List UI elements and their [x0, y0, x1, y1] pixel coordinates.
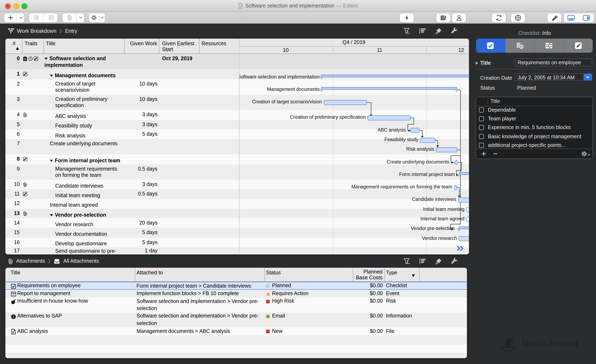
checkbox[interactable] — [479, 143, 484, 148]
attachment-row[interactable]: ABC analysisManagement documents > ABC a… — [5, 327, 467, 335]
collapse-arrow-icon[interactable] — [50, 214, 53, 216]
align-list-icon[interactable] — [419, 258, 427, 265]
row-number: 15 — [5, 228, 20, 238]
gantt-summary-bar[interactable] — [321, 75, 469, 77]
attachment-row[interactable]: Requirements on employeeForm internal pr… — [5, 282, 467, 290]
creation-date-field[interactable]: July 2, 2005 at 10:34 AM — [515, 74, 592, 81]
checklist-header[interactable]: Title — [476, 97, 592, 106]
task-title[interactable]: Creation of preliminary specification — [44, 94, 124, 109]
gantt-task-bar[interactable] — [459, 236, 469, 241]
checklist-item[interactable]: Dependable — [476, 106, 592, 115]
panel-right-toggle-button[interactable] — [579, 13, 594, 22]
gantt-task-bar[interactable] — [367, 115, 411, 120]
col-header-attached-to[interactable]: Attached to — [137, 268, 163, 275]
breadcrumb-all-attachments[interactable]: All Attachments — [63, 258, 99, 264]
col-header-given-earliest-start[interactable]: Given Earliest Start — [162, 38, 199, 52]
panel-bottom-toggle-button[interactable] — [564, 13, 579, 22]
tab-edit-tab[interactable] — [563, 38, 593, 53]
checklist-item[interactable]: Basic knowledge of project management — [476, 132, 592, 141]
gear-button[interactable] — [89, 13, 99, 22]
chevron-down-button[interactable] — [99, 13, 105, 22]
trait-icons — [23, 72, 27, 77]
task-title[interactable]: Create underlying documents — [44, 139, 124, 147]
person-button[interactable] — [452, 13, 466, 22]
chevron-down-icon[interactable] — [587, 153, 590, 156]
status-value: Email — [272, 312, 285, 319]
task-title[interactable]: Send questionnaire to pre- — [44, 247, 124, 254]
attachment-row[interactable]: Insufficient in-house know-howSoftware s… — [5, 297, 467, 312]
gantt-summary-bar[interactable] — [459, 227, 469, 229]
sync-button[interactable] — [492, 13, 506, 22]
remove-item-button[interactable] — [492, 151, 498, 156]
col-header-title[interactable]: Title — [46, 38, 55, 46]
paperclip-button[interactable] — [62, 13, 76, 22]
collapse-arrow-icon[interactable] — [50, 75, 53, 77]
globe-button[interactable] — [511, 13, 525, 22]
task-title[interactable]: Software selection and implementation — [44, 54, 124, 68]
funnel-icon[interactable] — [403, 28, 411, 35]
col-header-status[interactable]: Status — [266, 268, 281, 275]
tab-costs-tab[interactable]: $ — [505, 38, 534, 53]
gantt-task-bar[interactable] — [466, 217, 469, 222]
sort-ascending-icon — [15, 47, 19, 50]
gantt-task-bar[interactable] — [420, 138, 435, 142]
chevron-down-button[interactable] — [17, 13, 24, 22]
gantt-task-bar[interactable] — [410, 128, 420, 133]
disclosure-triangle-icon[interactable] — [476, 61, 478, 65]
gear-icon[interactable] — [581, 151, 587, 157]
trait-paperclip-icon — [23, 112, 27, 118]
toolbar — [0, 12, 596, 24]
brush-icon[interactable] — [435, 28, 442, 35]
breadcrumb-style[interactable]: Entry — [65, 28, 77, 34]
person-button-group — [452, 13, 466, 22]
breadcrumb-view[interactable]: Work Breakdown — [17, 28, 56, 34]
checklist-item[interactable]: Experience in min. 5 function blocks — [476, 124, 592, 132]
date-stepper-button[interactable] — [584, 74, 592, 81]
col-header-num[interactable]: # — [5, 38, 22, 46]
collapse-arrow-icon[interactable] — [45, 58, 48, 60]
gantt-task-bar[interactable] — [324, 100, 367, 105]
tools-button[interactable] — [547, 13, 562, 22]
gantt-summary-bar[interactable] — [321, 87, 457, 90]
indent-button[interactable] — [29, 13, 43, 22]
col-header-title[interactable]: Title — [11, 268, 20, 275]
title-field[interactable]: Requirements on employee — [515, 59, 592, 67]
plus-button[interactable] — [4, 13, 17, 22]
checkbox[interactable] — [479, 107, 484, 112]
chevron-down-button[interactable] — [76, 13, 84, 22]
col-header-traits[interactable]: Traits — [25, 38, 37, 46]
gantt-task-bar[interactable] — [436, 147, 457, 152]
col-header-type[interactable]: Type — [386, 268, 397, 275]
brush-icon[interactable] — [435, 258, 442, 265]
outdent-button[interactable] — [43, 13, 58, 22]
breadcrumb-attachments[interactable]: Attachments — [16, 258, 45, 264]
library-button[interactable] — [436, 13, 450, 22]
wrench-icon[interactable] — [450, 28, 458, 35]
gantt-task-bar[interactable] — [458, 198, 469, 202]
tab-check-tab[interactable] — [476, 38, 505, 53]
checkbox[interactable] — [479, 125, 484, 130]
gantt-task-bar[interactable] — [454, 185, 457, 190]
attachment-row[interactable]: 31Report to managementImplement function… — [5, 290, 467, 297]
status-circle-icon — [266, 314, 270, 318]
col-header-resources[interactable]: Resources — [201, 38, 226, 46]
add-item-button[interactable] — [481, 151, 486, 156]
checkbox[interactable] — [479, 116, 484, 121]
gantt-task-bar[interactable] — [466, 207, 469, 212]
attachment-row[interactable]: iAlternatives to SAPSoftware selection a… — [5, 312, 467, 327]
align-list-icon[interactable] — [419, 28, 427, 35]
tab-rows-tab[interactable] — [534, 38, 563, 53]
task-title[interactable]: Management requirements on forming the t… — [44, 164, 124, 179]
task-title[interactable]: Creation of target scenario/vision — [44, 79, 124, 94]
wrench-icon[interactable] — [450, 258, 458, 265]
wb-row-0[interactable]: 0Software selection and implementationOc… — [5, 54, 469, 69]
funnel-icon[interactable] — [403, 258, 411, 265]
gantt-summary-bar[interactable] — [459, 172, 469, 175]
collapse-arrow-icon[interactable] — [50, 160, 53, 162]
checklist-item[interactable]: Team player — [476, 115, 592, 123]
col-header-given-work[interactable]: Given Work — [124, 38, 157, 46]
col-header-planned-base-costs[interactable]: PlannedBase Costs — [350, 268, 382, 281]
gantt-offscreen-indicator[interactable] — [456, 246, 464, 251]
lightning-button[interactable] — [400, 13, 414, 22]
checkbox[interactable] — [479, 134, 484, 139]
